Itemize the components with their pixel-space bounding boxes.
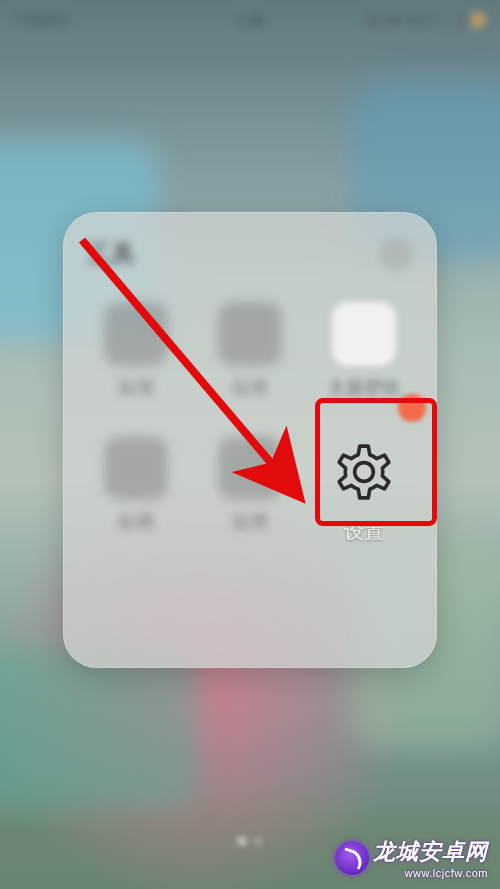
app-icon xyxy=(218,436,282,500)
app-item[interactable]: 应用 xyxy=(85,302,187,398)
watermark-title: 龙城安卓网 xyxy=(373,839,488,864)
app-label: 应用 xyxy=(118,510,154,532)
folder-edit-button[interactable] xyxy=(379,237,413,271)
app-label: 应用 xyxy=(232,376,268,398)
app-item[interactable]: 应用 xyxy=(199,302,301,398)
app-icon xyxy=(332,302,396,366)
status-right: 96% xyxy=(329,12,486,28)
app-item[interactable]: 主题壁纸 xyxy=(313,302,415,398)
gear-icon xyxy=(328,436,400,508)
watermark-url: www.lcjcfw.com xyxy=(373,867,488,879)
status-carrier: 中国移动 xyxy=(14,11,171,29)
folder-title: 工具 xyxy=(87,238,135,270)
status-bar: 中国移动 7:36 96% xyxy=(0,0,500,40)
folder-header: 工具 xyxy=(87,234,413,274)
app-item[interactable]: 应用 xyxy=(199,436,301,532)
app-icon xyxy=(104,302,168,366)
app-item[interactable]: 应用 xyxy=(85,436,187,532)
watermark: 龙城安卓网 www.lcjcfw.com xyxy=(335,837,488,879)
app-item-settings[interactable]: 设置 xyxy=(313,436,415,540)
app-icon xyxy=(104,436,168,500)
app-icon xyxy=(218,302,282,366)
app-label: 应用 xyxy=(232,510,268,532)
status-battery: 96% xyxy=(406,12,434,28)
folder-grid: 应用 应用 主题壁纸 应用 应用 xyxy=(63,292,437,570)
app-label: 应用 xyxy=(118,376,154,398)
phone-screen: 中国移动 7:36 96% 工具 应用 应用 主题壁纸 xyxy=(0,0,500,889)
app-label-settings: 设置 xyxy=(344,518,384,540)
status-time: 7:36 xyxy=(171,12,328,28)
app-label: 主题壁纸 xyxy=(328,376,400,398)
watermark-logo-icon xyxy=(335,841,369,875)
app-folder[interactable]: 工具 应用 应用 主题壁纸 应用 应用 xyxy=(63,212,437,668)
svg-point-0 xyxy=(355,463,374,482)
